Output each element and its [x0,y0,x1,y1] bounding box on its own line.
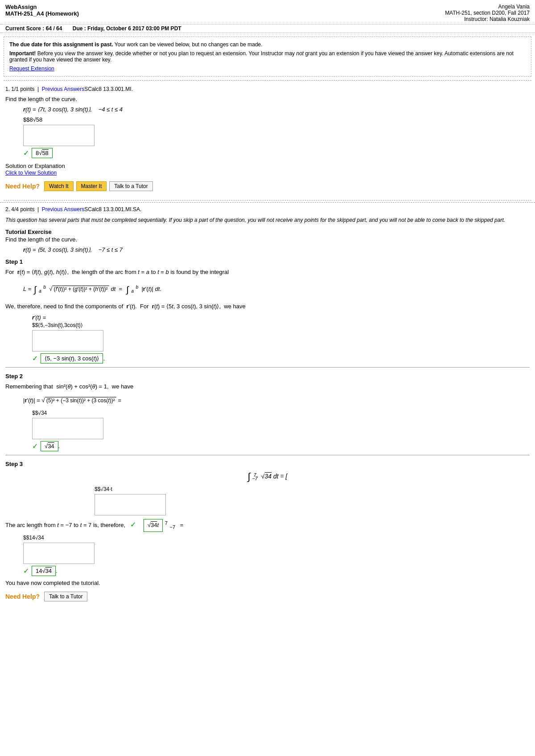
problem-2-note: This question has several parts that mus… [5,216,530,224]
check-icon-step3: ✓ [130,521,136,528]
important-text: Before you view the answer key, decide w… [37,50,296,57]
step-2-answer-display: √34 [41,441,58,451]
problem-2-source: SCalc8 13.3.001.MI.SA. [84,206,141,212]
step-1-answer-label: $$⟨5,−3sin(t),3cos(t)⟩ [32,322,530,328]
step-2-answer-section: $$√34 ✓ √34 . [32,410,530,451]
answer-label-1: $$8√58 [23,116,530,123]
step-1-integral-formula: L = ∫ a b √ (f′(t))² + (g′(t))² + (h′(t)… [23,281,530,298]
step-1-answer-input[interactable] [32,330,103,351]
check-icon-step1: ✓ [32,354,38,363]
step-3-lower-limit: −7 [169,524,175,530]
talk-to-tutor-button-1[interactable]: Talk to a Tutor [109,181,152,191]
step-1-answer-display: ⟨5, −3 sin(t), 3 cos(t)⟩ [41,353,103,364]
need-help-1: Need Help? Watch It Master It Talk to a … [5,181,530,191]
step-1-rprime-label: r′(t) = [32,314,530,321]
problem-1-number: 1. [5,86,10,92]
step-2-answer-input[interactable] [32,418,103,439]
problem-1-points: 1/1 points [11,86,34,92]
user-course: MATH-251, section D200, Fall 2017 [445,10,530,16]
need-help-label-1: Need Help? [5,183,40,190]
check-icon-1: ✓ [23,149,29,157]
step-1-rprime-section: r′(t) = $$⟨5,−3sin(t),3cos(t)⟩ ✓ ⟨5, −3 … [32,314,530,364]
due-value: Friday, October 6 2017 03:00 PM PDT [87,25,181,32]
divider-2 [4,200,531,200]
step-3-answer-section: $$√34·t [95,486,530,515]
watch-it-button[interactable]: Watch It [44,181,74,191]
problem-2-number: 2. [5,206,10,212]
step-3-label: Step 3 [5,461,530,467]
step-3-final-display: 14√34 [32,566,56,576]
app-name: WebAssign [5,4,79,10]
step-2-text: Remembering that sin²(θ) + cos²(θ) = 1, … [5,382,530,392]
step-3-bracket-display: √34t [144,519,163,532]
step-1-divider [5,367,530,368]
problem-2-header: 2. 4/4 points | Previous AnswersSCalc8 1… [5,206,530,212]
problem-2-title: Find the length of the curve. [5,236,530,243]
problem-2-section: 2. 4/4 points | Previous AnswersSCalc8 1… [0,202,535,609]
score-due-bar: Current Score : 64 / 64 Due : Friday, Oc… [0,24,535,33]
problem-1-equation: r(t) = ⟨7t, 3 cos(t), 3 sin(t)⟩, −4 ≤ t … [23,106,530,113]
notice-box: The due date for this assignment is past… [4,37,531,77]
problem-2-prev-answers[interactable]: Previous Answers [42,206,84,212]
divider-1 [4,80,531,81]
course-name: MATH-251_A4 (Homework) [5,10,79,17]
not-text: not [296,50,304,57]
check-icon-step3-final: ✓ [23,567,29,575]
tutorial-exercise-label: Tutorial Exercise [5,229,530,235]
step-2-label: Step 2 [5,373,530,380]
request-extension-link[interactable]: Request Extension [9,65,54,72]
talk-to-tutor-button-2[interactable]: Talk to a Tutor [44,592,87,601]
instructor-name: Instructor: Natalia Kouzniak [445,16,530,22]
solution-label-1: Solution or Explanation [5,163,530,169]
problem-1-source: SCalc8 13.3.001.MI. [84,86,133,92]
score-label: Current Score : [5,25,44,32]
step-1-text-1: For r(t) = ⟨f(t), g(t), h(t)⟩, the lengt… [5,268,530,277]
step-3-text: The arc length from t = −7 to t = 7 is, … [5,519,530,532]
problem-2-equation: r(t) = ⟨5t, 3 cos(t), 3 sin(t)⟩, −7 ≤ t … [23,246,530,253]
completed-message: You have now completed the tutorial. [5,580,530,586]
past-due-notice: The due date for this assignment is past… [9,41,113,48]
problem-1-header: 1. 1/1 points | Previous AnswersSCalc8 1… [5,86,530,92]
due-label: Due : [73,25,86,32]
master-it-button[interactable]: Master It [76,181,107,191]
step-1-label: Step 1 [5,258,530,265]
score-value: 64 / 64 [46,25,62,32]
answer-display-1: 8√58 [32,148,53,158]
step-3-integral-display: ∫ 7 −7 √34 dt = [ [5,471,530,482]
step-3-answer-input[interactable] [95,494,166,515]
answer-input-1[interactable] [23,125,95,146]
view-solution-link-1[interactable]: Click to View Solution [5,170,57,176]
need-help-label-2: Need Help? [5,593,40,600]
problem-2-points: 4/4 points [11,206,34,212]
need-help-2: Need Help? Talk to a Tutor [5,592,530,601]
problem-1-prev-answers[interactable]: Previous Answers [42,86,84,92]
step-3-final-section: $$14√34 ✓ 14√34 . [23,535,530,576]
step-1-text-2: We, therefore, need to find the componen… [5,302,530,311]
important-label: Important! [9,50,36,57]
problem-1-title: Find the length of the curve. [5,96,530,102]
user-name: Angela Vania [445,4,530,10]
problem-1-section: 1. 1/1 points | Previous AnswersSCalc8 1… [0,82,535,198]
step-3-answer-label: $$√34·t [95,486,530,492]
solution-section-1: Solution or Explanation Click to View So… [5,163,530,176]
step-2-divider [5,455,530,455]
step-2-equation: |r′(t)| = √ (5)² + (−3 sin(t))² + (3 cos… [23,395,530,406]
step-3-final-input[interactable] [23,543,95,564]
step-3-upper-limit: 7 [165,520,168,526]
past-due-detail: Your work can be viewed below, but no ch… [115,41,263,48]
check-icon-step2: ✓ [32,442,38,450]
step-3-final-label: $$14√34 [23,535,530,541]
step-2-answer-label: $$√34 [32,410,530,416]
